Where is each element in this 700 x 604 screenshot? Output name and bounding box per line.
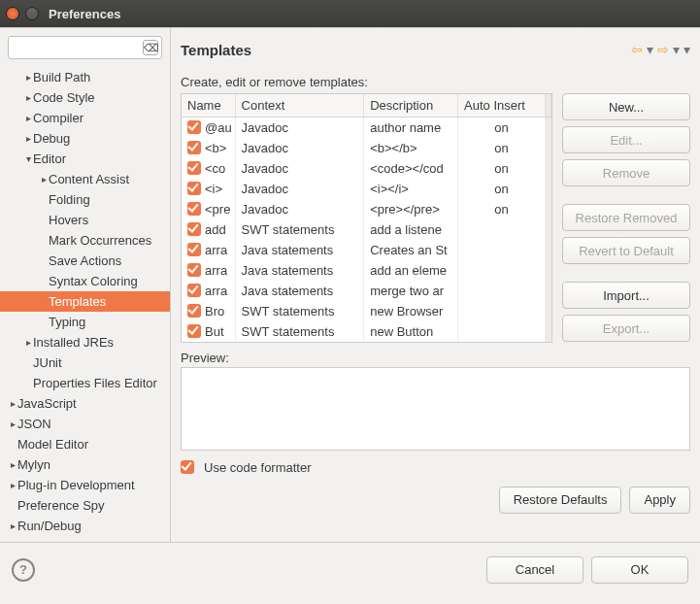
- restore-removed-button[interactable]: Restore Removed: [562, 204, 690, 231]
- templates-table[interactable]: Name Context Description Auto Insert @au…: [181, 93, 552, 343]
- remove-button[interactable]: Remove: [562, 159, 690, 186]
- nav-menu-icon[interactable]: ▾: [683, 43, 690, 56]
- table-row[interactable]: arraJava statementsCreates an St: [182, 240, 551, 260]
- tree-item-javascript[interactable]: ▸JavaScript: [0, 393, 170, 414]
- disclosure-arrow-icon[interactable]: ▸: [23, 113, 33, 123]
- edit-button[interactable]: Edit...: [562, 126, 690, 153]
- window-title: Preferences: [49, 7, 120, 21]
- use-code-formatter-checkbox[interactable]: [181, 460, 194, 474]
- template-enabled-checkbox[interactable]: [187, 161, 201, 175]
- new-button[interactable]: New...: [562, 93, 690, 120]
- table-row[interactable]: arraJava statementsmerge two ar: [182, 281, 551, 301]
- col-description[interactable]: Description: [364, 94, 458, 117]
- col-context[interactable]: Context: [235, 94, 364, 117]
- tree-item-hovers[interactable]: Hovers: [0, 210, 170, 230]
- tree-item-mark-occurrences[interactable]: Mark Occurrences: [0, 230, 170, 251]
- col-autoinsert[interactable]: Auto Insert: [458, 94, 546, 117]
- tree-item-model-editor[interactable]: Model Editor: [0, 434, 170, 454]
- table-scrollbar[interactable]: [545, 219, 550, 240]
- clear-search-icon[interactable]: ⌫: [143, 40, 158, 55]
- table-scrollbar[interactable]: [545, 281, 550, 301]
- revert-default-button[interactable]: Revert to Default: [562, 237, 690, 264]
- tree-item-mylyn[interactable]: ▸Mylyn: [0, 454, 170, 475]
- filter-search[interactable]: ⌫: [8, 36, 162, 59]
- tree-item-content-assist[interactable]: ▸Content Assist: [0, 169, 170, 189]
- col-name[interactable]: Name: [182, 94, 235, 117]
- tree-item-installed-jres[interactable]: ▸Installed JREs: [0, 332, 170, 352]
- export-button[interactable]: Export...: [562, 315, 690, 342]
- nav-forward-menu-icon[interactable]: ▾: [673, 43, 680, 56]
- tree-item-run-debug[interactable]: ▸Run/Debug: [0, 516, 170, 536]
- disclosure-arrow-icon[interactable]: ▸: [23, 133, 33, 144]
- template-enabled-checkbox[interactable]: [187, 304, 201, 318]
- table-scrollbar[interactable]: [545, 321, 550, 342]
- tree-item-editor[interactable]: ▾Editor: [0, 149, 170, 169]
- tree-item-typing[interactable]: Typing: [0, 312, 170, 332]
- disclosure-arrow-icon[interactable]: ▸: [39, 174, 49, 185]
- import-button[interactable]: Import...: [562, 282, 690, 309]
- tree-item-folding[interactable]: Folding: [0, 189, 170, 210]
- template-enabled-checkbox[interactable]: [187, 120, 201, 134]
- tree-item-plug-in-development[interactable]: ▸Plug-in Development: [0, 475, 170, 495]
- tree-item-syntax-coloring[interactable]: Syntax Coloring: [0, 271, 170, 291]
- table-scrollbar[interactable]: [545, 260, 550, 281]
- tree-item-templates[interactable]: Templates: [0, 291, 170, 312]
- tree-item-debug[interactable]: ▸Debug: [0, 128, 170, 149]
- tree-item-compiler[interactable]: ▸Compiler: [0, 108, 170, 128]
- disclosure-arrow-icon[interactable]: ▸: [8, 520, 17, 531]
- table-scrollbar[interactable]: [545, 240, 550, 260]
- tree-item-label: Preference Spy: [17, 498, 105, 513]
- apply-button[interactable]: Apply: [629, 487, 690, 514]
- template-enabled-checkbox[interactable]: [187, 222, 201, 236]
- table-row[interactable]: <b>Javadoc<b></b>on: [182, 138, 551, 158]
- template-enabled-checkbox[interactable]: [187, 284, 201, 297]
- tree-item-properties-files-editor[interactable]: Properties Files Editor: [0, 373, 170, 393]
- template-enabled-checkbox[interactable]: [187, 243, 201, 256]
- table-scrollbar[interactable]: [545, 199, 550, 219]
- nav-back-icon[interactable]: ⇦: [631, 43, 643, 56]
- table-scrollbar[interactable]: [545, 138, 550, 158]
- restore-defaults-button[interactable]: Restore Defaults: [499, 487, 622, 514]
- disclosure-arrow-icon[interactable]: ▸: [23, 92, 33, 103]
- table-row[interactable]: addSWT statementsadd a listene: [182, 219, 551, 240]
- table-scrollbar[interactable]: [545, 158, 550, 179]
- disclosure-arrow-icon[interactable]: ▸: [8, 419, 17, 429]
- table-row[interactable]: <preJavadoc<pre></pre>on: [182, 199, 551, 219]
- template-enabled-checkbox[interactable]: [187, 324, 201, 338]
- window-close-button[interactable]: [6, 7, 19, 20]
- table-row[interactable]: @auJavadocauthor nameon: [182, 117, 551, 138]
- disclosure-arrow-icon[interactable]: ▸: [8, 480, 17, 490]
- help-icon[interactable]: ?: [12, 558, 35, 582]
- tree-item-save-actions[interactable]: Save Actions: [0, 251, 170, 271]
- disclosure-arrow-icon[interactable]: ▸: [8, 398, 17, 409]
- table-row[interactable]: arraJava statementsadd an eleme: [182, 260, 551, 281]
- tree-item-junit[interactable]: JUnit: [0, 352, 170, 373]
- window-minimize-button[interactable]: [25, 7, 39, 20]
- disclosure-arrow-icon[interactable]: ▸: [23, 72, 33, 83]
- table-row[interactable]: BroSWT statementsnew Browser: [182, 301, 551, 321]
- template-enabled-checkbox[interactable]: [187, 182, 201, 195]
- table-row[interactable]: ButSWT statementsnew Button: [182, 321, 551, 342]
- cancel-button[interactable]: Cancel: [486, 556, 583, 584]
- ok-button[interactable]: OK: [591, 556, 688, 584]
- table-scrollbar[interactable]: [545, 301, 550, 321]
- nav-back-menu-icon[interactable]: ▾: [647, 43, 653, 56]
- table-scrollbar[interactable]: [545, 117, 550, 138]
- table-row[interactable]: <i>Javadoc<i></i>on: [182, 179, 551, 199]
- disclosure-arrow-icon[interactable]: ▸: [8, 459, 17, 470]
- tree-item-code-style[interactable]: ▸Code Style: [0, 87, 170, 108]
- template-enabled-checkbox[interactable]: [187, 141, 201, 154]
- filter-search-input[interactable]: [13, 40, 144, 56]
- preferences-tree[interactable]: ▸Build Path▸Code Style▸Compiler▸Debug▾Ed…: [0, 65, 170, 542]
- tree-item-build-path[interactable]: ▸Build Path: [0, 67, 170, 87]
- disclosure-arrow-icon[interactable]: ▸: [23, 337, 33, 348]
- tree-item-preference-spy[interactable]: Preference Spy: [0, 495, 170, 516]
- tree-item-json[interactable]: ▸JSON: [0, 414, 170, 434]
- table-scrollbar[interactable]: [545, 94, 550, 117]
- table-row[interactable]: <coJavadoc<code></codon: [182, 158, 551, 179]
- template-enabled-checkbox[interactable]: [187, 202, 201, 216]
- table-scrollbar[interactable]: [545, 179, 550, 199]
- disclosure-arrow-icon[interactable]: ▾: [23, 153, 33, 164]
- nav-forward-icon[interactable]: ⇨: [657, 43, 669, 56]
- template-enabled-checkbox[interactable]: [187, 263, 201, 277]
